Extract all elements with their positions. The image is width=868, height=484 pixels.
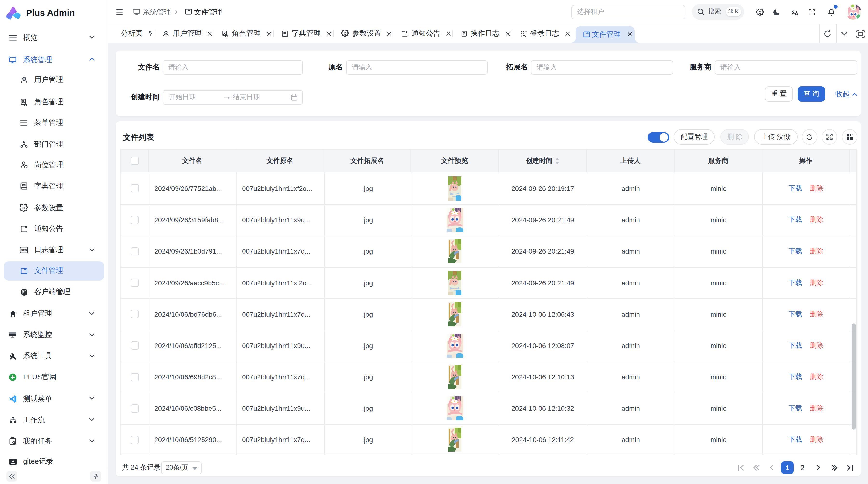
svg-text:DEV: DEV xyxy=(21,249,27,252)
